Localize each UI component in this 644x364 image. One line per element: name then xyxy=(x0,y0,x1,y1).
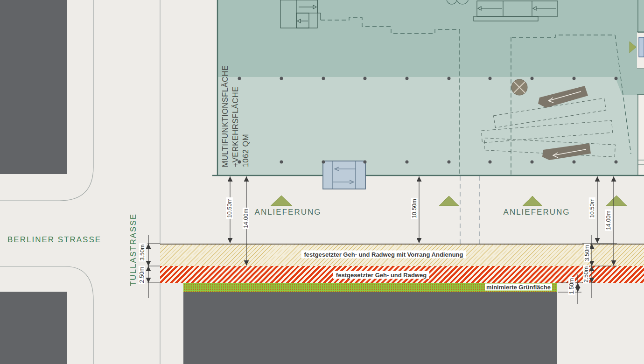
dim-label-14-00m-left: 14.00m xyxy=(243,208,249,229)
dim-label-10-50m-right: 10.50m xyxy=(589,197,595,219)
plan-linework xyxy=(0,0,644,364)
delivery-label-right: ANLIEFERUNG xyxy=(504,208,570,217)
dim-label-14-00m-right: 14.00m xyxy=(605,210,612,231)
dim-label-3-50m-left: 3.50m xyxy=(139,244,146,262)
tree-symbol xyxy=(511,79,527,95)
projection-dashed-lines xyxy=(460,176,479,244)
site-plan: BERLINER STRASSE TULLASTRASSE MULTIFUNKT… xyxy=(0,0,644,364)
door-element xyxy=(639,37,644,57)
stair-block-bottom-center xyxy=(323,161,365,189)
dim-label-10-50m-left: 10.50m xyxy=(226,197,233,219)
truck-shapes xyxy=(538,86,591,160)
street-label-berliner-strasse: BERLINER STRASSE xyxy=(7,235,101,245)
street-curb-lines xyxy=(0,0,160,364)
band-label-green-area: minimierte Grünfläche xyxy=(485,284,552,291)
hall-area-label-line3: 1062 QM xyxy=(240,65,251,168)
dim-label-1-50m-right: 1.50m xyxy=(568,277,575,295)
dim-label-10-50m-middle: 10.50m xyxy=(411,198,418,219)
dim-label-2-50m-left: 2.50m xyxy=(139,266,145,284)
street-label-tullastrasse: TULLASTRASSE xyxy=(129,213,138,286)
dim-label-3-50m-right: 3.50m xyxy=(584,244,590,262)
dim-label-2-50m-right: 2.50m xyxy=(583,266,589,284)
hall-upper-zone xyxy=(217,0,644,95)
hall-area-label: MULTIFUNKTIONSFLÄCHE +VERKEHRSFLÄCHE 106… xyxy=(220,65,251,168)
band-label-walkway: festgesetzter Geh- und Radweg xyxy=(333,271,429,279)
band-label-walkway-priority: festgesetzter Geh- und Radweg mit Vorran… xyxy=(301,251,466,259)
delivery-label-left: ANLIEFERUNG xyxy=(255,208,322,217)
hall-area-label-line2: +VERKEHRSFLÄCHE xyxy=(230,65,240,168)
hall-area-label-line1: MULTIFUNKTIONSFLÄCHE xyxy=(220,65,230,168)
